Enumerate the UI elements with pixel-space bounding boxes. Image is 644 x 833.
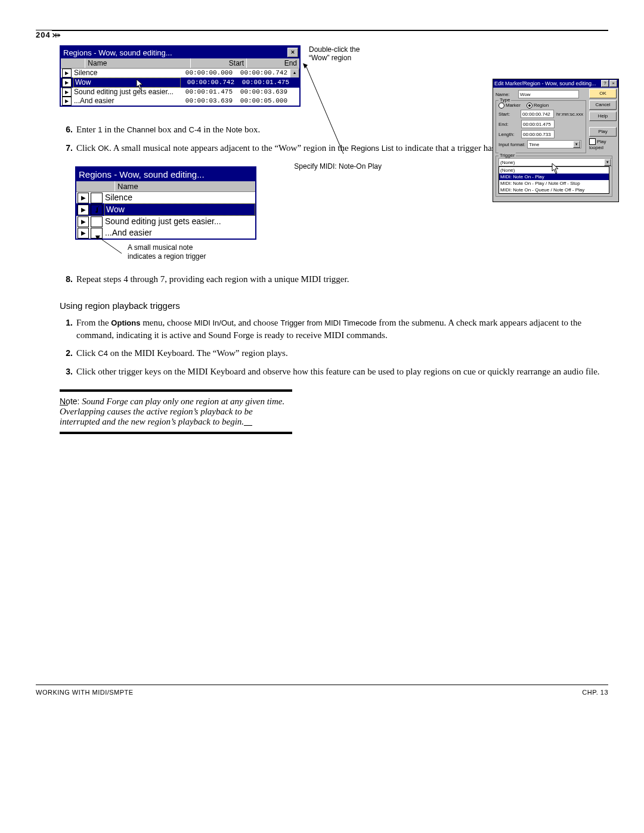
marker-radio[interactable] [499,103,504,109]
name-label: Name: [496,92,518,97]
length-label: Length: [499,132,521,137]
svg-line-2 [98,237,122,253]
region-end: 00:00:00.742 [234,69,289,78]
regions-list-window-with-note: Regions - Wow, sound editing... Name Sil… [75,166,256,240]
table-row[interactable]: Silence [76,192,255,203]
region-start: 00:00:00.000 [179,69,234,78]
region-end: 00:00:05.000 [234,97,289,106]
region-name: Silence [73,69,179,78]
list-item: 8.Repeat steps 4 through 7, providing ea… [60,273,608,285]
region-start: 00:00:03.639 [179,97,234,106]
step-repeat: 8.Repeat steps 4 through 7, providing ea… [60,273,608,285]
callout-specify-midi: Specify MIDI: Note-On Play [274,162,382,171]
footer-right: CHP. 13 [582,689,608,696]
steps-using-triggers: 1.From the Options menu, choose MIDI In/… [60,317,608,377]
ok-button[interactable]: OK [589,89,617,98]
region-name: Silence [104,192,255,203]
region-name: Wow [73,78,181,88]
list-item: 2.Click C4 on the MIDI Keyboard. The “Wo… [60,347,608,360]
region-name: Wow [104,203,255,216]
region-name: ...And easier [73,97,179,106]
play-icon[interactable] [78,193,89,203]
column-name: Name [115,181,255,191]
table-row[interactable]: Wow 00:00:00.742 00:00:01.475 [61,78,299,88]
note-label: Note: [60,397,79,406]
column-headers: Name Start End [61,58,299,69]
window-title: Regions - Wow, sound editing... [79,169,205,179]
region-end: 00:00:01.475 [236,78,290,87]
play-looped-checkbox[interactable] [589,138,596,145]
dropdown-option[interactable]: MIDI: Note On - Play / Note Off - Stop [499,180,609,187]
svg-line-0 [305,64,343,154]
end-label: End: [499,122,521,127]
region-name: Sound editing just gets easier... [73,88,179,97]
figure-2: Regions - Wow, sound editing... Name Sil… [75,166,256,261]
help-icon[interactable]: ? [601,80,609,87]
region-end: 00:00:03.639 [234,88,289,97]
callout-double-click: Double-click the “Wow” region [309,45,608,62]
music-note-icon [91,205,103,215]
dropdown-option[interactable]: MIDI: Note On - Queue / Note Off - Play [499,187,609,193]
close-icon[interactable]: × [287,48,298,57]
heading-using-triggers: Using region playback triggers [60,301,608,311]
callout-line-icon [94,236,130,256]
column-end: End [247,58,299,68]
length-input[interactable] [521,130,555,138]
callout-line-icon [302,63,361,171]
region-start: 00:00:00.742 [181,78,236,87]
list-item: 3.Click other trigger keys on the MIDI K… [60,366,608,377]
play-icon[interactable] [62,97,72,106]
column-start: Start [191,58,247,68]
start-label: Start: [499,112,521,117]
regions-list-window: Regions - Wow, sound editing... × Name S… [60,45,301,107]
region-start: 00:00:01.475 [179,88,234,97]
dialog-title: Edit Marker/Region - Wow, sound editing.… [494,80,596,86]
region-radio[interactable] [527,103,532,109]
chevron-down-icon: ▾ [573,141,580,148]
footer-left: WORKING WITH MIDI/SMPTE [36,689,134,696]
table-row[interactable]: Wow [76,203,255,216]
cursor-icon [552,163,561,175]
type-label: Type [499,97,511,103]
table-row[interactable]: ...And easier 00:00:03.639 00:00:05.000 [61,97,299,106]
note-body: Sound Forge can play only one region at … [60,397,284,426]
chevron-down-icon: ▾ [604,159,611,166]
play-icon[interactable] [78,205,89,215]
play-icon[interactable] [62,88,72,97]
play-icon[interactable] [78,228,89,239]
region-name: Sound editing just gets easier... [104,216,255,227]
help-button[interactable]: Help [589,112,617,121]
play-button[interactable]: Play [589,127,617,137]
page-footer: WORKING WITH MIDI/SMPTE CHP. 13 [36,685,608,696]
play-icon[interactable] [78,216,89,227]
list-item: 1.From the Options menu, choose MIDI In/… [60,317,608,341]
table-row[interactable]: Sound editing just gets easier... [76,216,255,227]
table-row[interactable]: Sound editing just gets easier... 00:00:… [61,88,299,97]
note-box: Note: Sound Forge can play only one regi… [60,389,292,434]
table-row[interactable]: Silence 00:00:00.000 00:00:00.742 [61,69,299,78]
edit-marker-dialog: Edit Marker/Region - Wow, sound editing.… [493,79,619,202]
play-icon[interactable] [62,69,72,78]
figure-1: Regions - Wow, sound editing... × Name S… [60,45,608,107]
input-format-label: Input format: [499,142,527,147]
name-input[interactable] [518,90,579,98]
column-name: Name [85,58,190,68]
close-icon[interactable]: × [609,80,617,87]
input-format-select[interactable]: Time▾ [527,140,581,148]
figure-2-caption: A small musical note indicates a region … [128,243,256,261]
play-icon[interactable] [62,78,72,87]
end-input[interactable] [521,120,555,128]
page-number: 204⤗ [36,30,61,39]
start-input[interactable] [521,110,554,118]
cancel-button[interactable]: Cancel [589,100,617,110]
window-title: Regions - Wow, sound editing... [63,48,172,57]
trigger-label: Trigger [499,153,516,158]
